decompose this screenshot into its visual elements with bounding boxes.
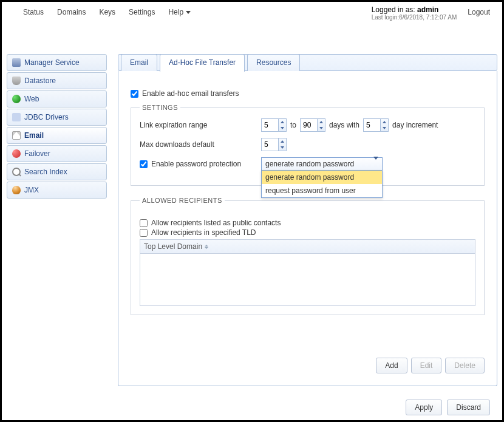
main-area: Manager Service Datastore Web JDBC Drive… [7, 54, 497, 415]
allowed-recipients-legend: ALLOWED RECIPIENTS [140, 197, 225, 204]
sidebar-item-label: Search Index [24, 168, 67, 176]
content: Email Ad-Hoc File Transfer Resources Ena… [118, 54, 497, 415]
last-login-value: 6/6/2018, 7:12:07 AM [399, 14, 457, 21]
sidebar-item-label: Datastore [24, 77, 56, 85]
link-expiration-label: Link expiration range [140, 121, 261, 129]
sidebar-item-label: Email [24, 131, 44, 140]
sort-icon [205, 245, 208, 249]
chevron-down-icon [373, 160, 378, 168]
allow-tld-label: Allow recipients in specified TLD [151, 228, 256, 237]
days-with-label: days with [329, 121, 359, 129]
logged-in-name: admin [417, 5, 438, 14]
jdbc-icon [12, 113, 21, 121]
max-downloads-label: Max downloads default [140, 140, 261, 149]
last-login-label: Last login: [372, 14, 400, 21]
max-downloads-input[interactable] [261, 138, 278, 151]
sidebar-item-label: Manager Service [24, 58, 80, 67]
nav-status[interactable]: Status [23, 8, 44, 16]
password-mode-dropdown: generate random password request passwor… [261, 170, 383, 198]
jmx-icon [12, 186, 21, 194]
sidebar-item-failover[interactable]: Failover [7, 145, 107, 162]
password-mode-option-request[interactable]: request password from user [262, 184, 382, 197]
nav-help-label: Help [168, 8, 183, 16]
link-exp-from-input[interactable] [261, 118, 278, 132]
sidebar-item-label: Web [24, 95, 39, 103]
day-increment-input[interactable] [363, 118, 380, 132]
sidebar: Manager Service Datastore Web JDBC Drive… [7, 54, 107, 415]
nav-domains[interactable]: Domains [57, 8, 86, 16]
logged-in-as: Logged in as: admin [372, 5, 457, 14]
nav-keys[interactable]: Keys [99, 8, 115, 16]
logout-link[interactable]: Logout [463, 5, 490, 16]
allow-public-contacts-checkbox[interactable] [140, 219, 148, 227]
failover-icon [12, 149, 21, 158]
discard-button[interactable]: Discard [447, 400, 490, 415]
enable-adhoc-checkbox[interactable] [131, 90, 138, 98]
step-up-icon[interactable] [279, 119, 286, 125]
settings-fieldset: SETTINGS Link expiration range to days w… [131, 104, 485, 186]
sidebar-item-manager-service[interactable]: Manager Service [7, 54, 107, 71]
sidebar-item-jdbc-drivers[interactable]: JDBC Drivers [7, 109, 107, 126]
user-block: Logged in as: admin Last login:6/6/2018,… [372, 5, 463, 21]
max-downloads-stepper[interactable] [261, 138, 287, 151]
allow-tld-checkbox[interactable] [140, 229, 148, 237]
password-mode-combo[interactable]: generate random password [261, 157, 383, 171]
last-login: Last login:6/6/2018, 7:12:07 AM [372, 14, 457, 21]
password-mode-option-generate[interactable]: generate random password [262, 171, 382, 184]
step-down-icon[interactable] [318, 125, 325, 131]
tab-email[interactable]: Email [121, 54, 157, 72]
tld-grid-header[interactable]: Top Level Domain [140, 240, 475, 254]
sidebar-item-label: Failover [24, 149, 50, 158]
sidebar-item-jmx[interactable]: JMX [7, 182, 107, 199]
tld-header-label: Top Level Domain [144, 242, 202, 251]
tab-panel: Email Ad-Hoc File Transfer Resources [118, 54, 497, 71]
top-bar: Status Domains Keys Settings Help Logged… [2, 2, 502, 32]
grid-buttons: Add Edit Delete [131, 358, 485, 373]
settings-legend: SETTINGS [140, 104, 180, 111]
page-body: Enable ad-hoc email transfers SETTINGS L… [118, 71, 497, 386]
link-exp-to-input[interactable] [300, 118, 317, 132]
top-nav: Status Domains Keys Settings Help [23, 5, 191, 16]
datastore-icon [12, 77, 21, 85]
delete-button[interactable]: Delete [445, 358, 485, 373]
link-exp-to-stepper[interactable] [300, 118, 325, 132]
apply-button[interactable]: Apply [406, 400, 442, 415]
link-exp-from-stepper[interactable] [261, 118, 287, 132]
enable-adhoc-label: Enable ad-hoc email transfers [142, 89, 239, 98]
logged-in-prefix: Logged in as: [372, 5, 417, 14]
to-label: to [290, 121, 296, 129]
add-button[interactable]: Add [376, 358, 407, 373]
chevron-down-icon [186, 11, 191, 14]
manager-icon [12, 58, 21, 67]
globe-icon [12, 95, 21, 103]
sidebar-item-search-index[interactable]: Search Index [7, 163, 107, 180]
edit-button[interactable]: Edit [411, 358, 442, 373]
tld-grid: Top Level Domain [140, 239, 475, 306]
sidebar-item-label: JDBC Drivers [24, 113, 69, 121]
footer-buttons: Apply Discard [406, 400, 490, 415]
tabs: Email Ad-Hoc File Transfer Resources [121, 54, 300, 72]
step-down-icon[interactable] [279, 125, 286, 131]
sidebar-item-label: JMX [24, 186, 39, 194]
step-down-icon[interactable] [381, 125, 388, 131]
day-increment-stepper[interactable] [363, 118, 389, 132]
nav-settings[interactable]: Settings [129, 8, 155, 16]
step-up-icon[interactable] [381, 119, 388, 125]
step-up-icon[interactable] [318, 119, 325, 125]
allowed-recipients-fieldset: ALLOWED RECIPIENTS Allow recipients list… [131, 197, 485, 315]
sidebar-item-datastore[interactable]: Datastore [7, 72, 107, 89]
enable-password-label: Enable password protection [151, 160, 241, 168]
sidebar-item-email[interactable]: Email [7, 127, 107, 144]
step-up-icon[interactable] [279, 138, 286, 145]
mail-icon [12, 131, 21, 140]
step-down-icon[interactable] [279, 145, 286, 151]
day-increment-label: day increment [392, 121, 438, 129]
tab-resources[interactable]: Resources [247, 54, 300, 72]
enable-password-checkbox[interactable] [140, 160, 148, 168]
tab-ad-hoc-file-transfer[interactable]: Ad-Hoc File Transfer [160, 54, 245, 72]
nav-help[interactable]: Help [168, 8, 191, 16]
sidebar-item-web[interactable]: Web [7, 90, 107, 107]
enable-password-block: Enable password protection [140, 160, 261, 168]
search-icon [12, 168, 21, 176]
password-mode-value: generate random password [265, 160, 354, 168]
